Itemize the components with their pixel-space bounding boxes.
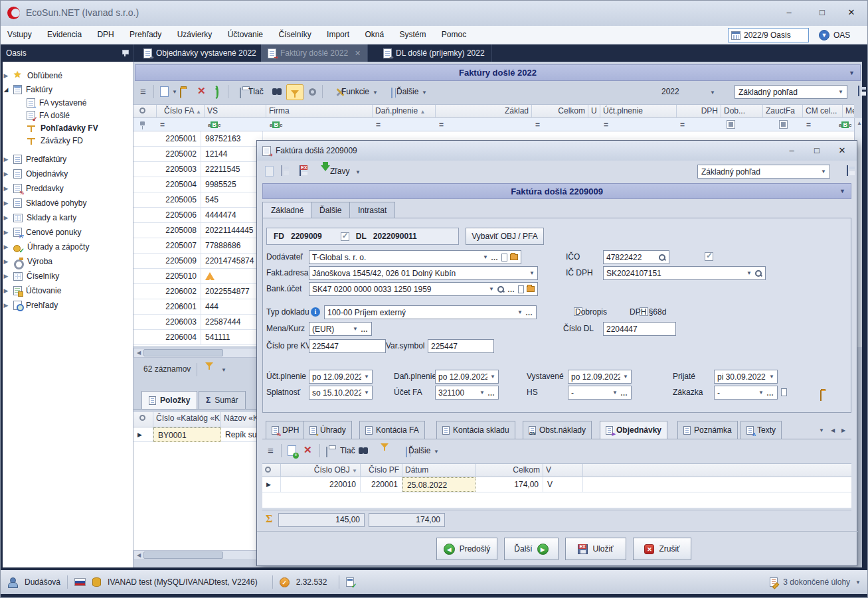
expander-icon[interactable]: ▶ <box>3 258 9 265</box>
expander-icon[interactable]: ▶ <box>3 156 9 163</box>
scroll-thumb[interactable] <box>143 552 223 559</box>
maximize-button[interactable]: □ <box>812 6 832 20</box>
vybavit-obj-pfa-button[interactable]: Vybaviť OBJ / PFA <box>466 228 544 245</box>
dialog-minimize-button[interactable]: – <box>782 144 802 158</box>
var-symbol-field[interactable]: 225447 <box>428 339 494 353</box>
more-button[interactable]: Ďalšie <box>396 87 418 96</box>
filter-equals-icon[interactable]: = <box>604 119 608 130</box>
pin-icon[interactable] <box>122 48 129 57</box>
save-view-icon[interactable] <box>847 165 848 176</box>
print-icon[interactable] <box>240 88 241 98</box>
sidebar-item-uctovanie[interactable]: ▶Účtovanie <box>3 284 129 297</box>
expander-icon[interactable]: ▶ <box>3 302 9 309</box>
sidebar-item-faktury[interactable]: ◢Faktúry <box>3 83 129 96</box>
search-icon[interactable] <box>754 269 762 277</box>
expander-icon[interactable]: ▶ <box>3 185 9 192</box>
column-datum[interactable]: Dátum <box>402 464 476 477</box>
search-icon[interactable] <box>497 285 505 293</box>
export-save-icon[interactable] <box>300 165 301 176</box>
scroll-left-icon[interactable]: ◀ <box>134 350 143 356</box>
column-zauctfa[interactable]: ZauctFa <box>763 105 803 118</box>
filter-equals-icon[interactable]: = <box>376 119 381 130</box>
column-dan-plnenie[interactable]: Daň.plnenie ▲ <box>373 105 436 118</box>
expander-icon[interactable]: ▶ <box>3 287 9 294</box>
tab-sumar[interactable]: Σ Sumár <box>199 391 246 409</box>
period-field[interactable]: 2022/9 Oasis <box>728 28 809 42</box>
print-icon[interactable] <box>326 447 327 457</box>
scroll-thumb[interactable] <box>143 349 223 356</box>
column-dph[interactable]: DPH <box>677 105 721 118</box>
table-row[interactable]: ▶ 220010 220001 25.08.2022 174,00 V <box>262 477 851 492</box>
dodavatel-field[interactable]: T-Global s. r. o. ▼ … <box>309 250 521 264</box>
column-celkom[interactable]: Celkom <box>476 464 543 477</box>
dropdown-icon[interactable]: ▼ <box>489 286 494 292</box>
filter-abc-icon[interactable]: aBc <box>270 119 282 130</box>
settings-gear-icon[interactable] <box>309 88 316 96</box>
grid-gear-column[interactable] <box>137 105 157 118</box>
menu-pomoc[interactable]: Pomoc <box>435 26 473 44</box>
expander-icon[interactable]: ▶ <box>3 200 9 206</box>
filter-equals-icon[interactable]: = <box>680 119 685 130</box>
tab-kontacia-skladu[interactable]: Kontácia skladu <box>436 421 515 439</box>
year-dropdown-icon[interactable]: ▼ <box>710 90 715 96</box>
expander-icon[interactable]: ▶ <box>3 214 9 221</box>
tab-objednavky[interactable]: ▶Objednávky <box>600 421 667 439</box>
sidebar-item-oblubene[interactable]: ▶Obľúbené <box>3 69 129 82</box>
sidebar-item-cenove-ponuky[interactable]: ▶77Cenové ponuky <box>3 226 129 239</box>
column-celkom[interactable]: Celkom <box>532 105 588 118</box>
sidebar-item-sklady-a-karty[interactable]: ▶Sklady a karty <box>3 211 129 224</box>
dialog-view-select[interactable]: Základný pohľad▼ <box>697 165 830 179</box>
sidebar-item-vyroba[interactable]: ▶Výroba <box>3 255 129 268</box>
filter-equals-icon[interactable]: = <box>806 119 811 130</box>
tab-list-dropdown-icon[interactable]: ▼ <box>819 427 824 433</box>
ellipsis-button[interactable]: … <box>525 309 533 316</box>
oas-button[interactable]: ▼ OAS <box>819 29 850 42</box>
menu-grip-icon[interactable]: ≡ <box>140 86 146 97</box>
folder-icon[interactable] <box>820 390 822 401</box>
refresh-button[interactable] <box>215 86 218 99</box>
filter-abc-icon[interactable]: aBc <box>208 119 220 130</box>
expander-icon[interactable]: ▶ <box>3 229 9 236</box>
functions-button[interactable]: Funkcie <box>341 87 369 96</box>
tab-dl-dosle[interactable]: DL došlé (príjemky) 2022 <box>377 44 492 62</box>
ic-dph-field[interactable]: SK2024107151 ▼ <box>603 266 766 280</box>
orders-gear-column[interactable] <box>262 464 281 477</box>
new-record-button[interactable] <box>160 86 169 97</box>
column-u[interactable]: U <box>588 105 600 118</box>
tasks-status[interactable]: 3 dokončené úlohy ▼ <box>770 577 861 587</box>
menu-ciselniky[interactable]: Číselníky <box>272 26 317 44</box>
tab-uhrady[interactable]: ●Úhrady <box>304 421 352 439</box>
dan-plnenie-field[interactable]: po 12.09.2022▼ <box>435 370 499 384</box>
filter-equals-icon[interactable]: = <box>160 119 165 130</box>
funnel-icon[interactable] <box>381 443 389 457</box>
document-icon[interactable] <box>501 254 507 262</box>
ico-field[interactable]: 47822422 <box>603 250 669 264</box>
menu-dph[interactable]: DPH <box>90 26 120 44</box>
tab-scroll-left-icon[interactable]: ◀ <box>831 427 835 433</box>
expander-icon[interactable]: ▶ <box>3 273 9 279</box>
tab-dph[interactable]: %DPH <box>266 421 305 439</box>
previous-button[interactable]: ◀ Predošlý <box>436 538 497 560</box>
tab-objednavky-vystavene[interactable]: Objednávky vystavené 2022 <box>137 44 264 62</box>
view-select[interactable]: Základný pohľad▼ <box>735 85 847 99</box>
menu-okna[interactable]: Okná <box>358 26 391 44</box>
discounts-button[interactable]: Zľavy <box>330 167 350 176</box>
dropdown-icon[interactable]: ▼ <box>483 254 488 260</box>
tab-faktury-dosle[interactable]: Faktúry došlé 2022 ✕ <box>261 44 368 62</box>
sidebar-item-preddavky[interactable]: ▶%Preddavky <box>3 182 129 195</box>
hs-field[interactable]: -▼… <box>568 386 632 400</box>
fd-checkbox[interactable] <box>341 232 349 241</box>
menu-import[interactable]: Import <box>320 26 356 44</box>
column-vs[interactable]: VS <box>205 105 266 118</box>
menu-uzavierky[interactable]: Uzávierky <box>171 26 219 44</box>
items-gear-column[interactable] <box>137 412 153 427</box>
add-order-button[interactable]: + <box>288 445 296 456</box>
dropdown-icon[interactable]: ▼ <box>517 309 523 315</box>
column-cislo-pf[interactable]: Číslo PF <box>361 464 402 477</box>
column-cislo-katalog[interactable]: Číslo «Katalóg «K... <box>153 412 221 427</box>
tab-obst-naklady[interactable]: ONObst.náklady <box>523 421 592 439</box>
new-record-dropdown-icon[interactable]: ▼ <box>172 89 177 95</box>
folder-icon[interactable] <box>510 254 518 260</box>
column-cislo-obj[interactable]: Číslo OBJ ▼ <box>281 464 361 477</box>
tab-zakladne[interactable]: Základné <box>262 202 312 218</box>
